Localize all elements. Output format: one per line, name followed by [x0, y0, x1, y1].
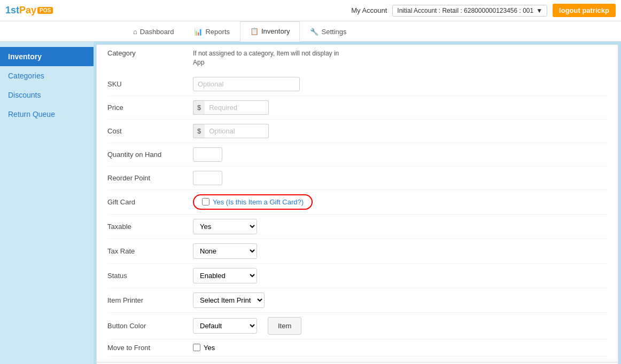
tab-inventory-label: Inventory — [261, 27, 290, 35]
tab-settings-label: Settings — [321, 28, 346, 36]
quantity-input[interactable] — [193, 147, 222, 162]
item-printer-select[interactable]: Select Item Print — [193, 292, 265, 308]
category-row: Category If not assigned to a category, … — [97, 45, 618, 67]
status-label: Status — [107, 272, 193, 280]
tab-reports-label: Reports — [205, 28, 230, 36]
move-to-front-yes-label: Yes — [204, 344, 215, 352]
move-to-front-label: Move to Front — [107, 344, 193, 352]
cost-input-wrapper: $ — [193, 124, 269, 138]
account-info-text: Initial Account : Retail : 6280000001234… — [397, 7, 533, 14]
sku-label: SKU — [107, 80, 193, 88]
sidebar-item-return-queue[interactable]: Return Queue — [0, 105, 94, 124]
gift-card-wrapper: Yes (Is this Item a Gift Card?) — [193, 194, 313, 210]
taxable-select[interactable]: Yes No — [193, 219, 257, 234]
form-row-move-to-front: Move to Front Yes — [107, 339, 607, 357]
nav-tabs: ⌂ Dashboard 📊 Reports 📋 Inventory 🔧 Sett… — [0, 21, 621, 42]
price-label: Price — [107, 104, 193, 112]
account-dropdown[interactable]: Initial Account : Retail : 6280000001234… — [392, 5, 547, 17]
form-row-sku: SKU — [107, 73, 607, 96]
form-container: SKU Price $ Cost $ Quan — [97, 67, 618, 362]
inventory-tab-icon: 📋 — [250, 27, 259, 35]
form-row-item-printer: Item Printer Select Item Print — [107, 288, 607, 313]
gift-card-checkbox-label: Yes (Is this Item a Gift Card?) — [213, 198, 304, 206]
form-row-gift-card: Gift Card Yes (Is this Item a Gift Card?… — [107, 190, 607, 215]
top-header: 1stPayPOS My Account Initial Account : R… — [0, 0, 621, 21]
settings-icon: 🔧 — [310, 28, 319, 36]
status-select[interactable]: Enabled Disabled — [193, 268, 257, 283]
my-account-label: My Account — [351, 6, 387, 14]
content-area: Category If not assigned to a category, … — [96, 44, 618, 364]
item-preview-button[interactable]: Item — [268, 317, 301, 335]
form-row-tax-rate: Tax Rate None — [107, 239, 607, 264]
tab-dashboard[interactable]: ⌂ Dashboard — [123, 21, 184, 41]
gift-card-checkbox[interactable] — [202, 198, 209, 205]
sidebar-item-discounts[interactable]: Discounts — [0, 85, 94, 105]
tab-reports[interactable]: 📊 Reports — [184, 21, 240, 41]
sidebar: Inventory Categories Discounts Return Qu… — [0, 42, 94, 364]
sidebar-item-categories[interactable]: Categories — [0, 66, 94, 85]
form-row-status: Status Enabled Disabled — [107, 264, 607, 288]
price-input[interactable] — [205, 100, 269, 115]
move-to-front-wrapper: Yes — [193, 344, 215, 352]
logo-pay: Pay — [19, 5, 36, 16]
form-row-reorder: Reorder Point — [107, 167, 607, 190]
reorder-label: Reorder Point — [107, 174, 193, 182]
header-right: My Account Initial Account : Retail : 62… — [351, 4, 616, 17]
gift-card-label: Gift Card — [107, 198, 193, 206]
dropdown-caret-icon: ▼ — [536, 7, 542, 14]
price-input-wrapper: $ — [193, 100, 269, 115]
logo-pos: POS — [37, 7, 53, 14]
tab-dashboard-label: Dashboard — [140, 28, 174, 36]
taxable-label: Taxable — [107, 223, 193, 231]
tax-rate-select[interactable]: None — [193, 243, 257, 259]
price-dollar-sign: $ — [193, 100, 205, 115]
move-to-front-checkbox[interactable] — [193, 344, 200, 351]
button-color-label: Button Color — [107, 322, 193, 330]
reports-icon: 📊 — [194, 28, 203, 36]
form-row-quantity: Quantity on Hand — [107, 143, 607, 167]
item-printer-label: Item Printer — [107, 296, 193, 304]
logo-1st: 1st — [5, 5, 19, 16]
main-layout: Inventory Categories Discounts Return Qu… — [0, 42, 621, 364]
sidebar-item-inventory[interactable]: Inventory — [0, 47, 94, 66]
tab-inventory[interactable]: 📋 Inventory — [240, 21, 300, 42]
logout-button[interactable]: logout patrickp — [553, 4, 616, 17]
form-row-cost: Cost $ — [107, 120, 607, 143]
form-row-taxable: Taxable Yes No — [107, 215, 607, 239]
category-label: Category — [107, 49, 193, 57]
sku-input[interactable] — [193, 77, 300, 91]
form-row-button-color: Button Color Default Item — [107, 313, 607, 339]
cost-label: Cost — [107, 127, 193, 135]
dashboard-icon: ⌂ — [133, 28, 137, 36]
form-row-price: Price $ — [107, 96, 607, 120]
button-color-wrapper: Default Item — [193, 317, 301, 335]
bottom-actions: Cancel Add Item — [97, 362, 618, 364]
cost-dollar-sign: $ — [193, 124, 205, 138]
cost-input[interactable] — [205, 124, 269, 138]
tab-settings[interactable]: 🔧 Settings — [300, 21, 356, 41]
button-color-select[interactable]: Default — [193, 318, 257, 334]
tax-rate-label: Tax Rate — [107, 247, 193, 255]
reorder-input[interactable] — [193, 171, 222, 185]
logo: 1stPayPOS — [5, 5, 53, 16]
quantity-label: Quantity on Hand — [107, 151, 193, 159]
category-note: If not assigned to a category, Item will… — [193, 49, 339, 67]
